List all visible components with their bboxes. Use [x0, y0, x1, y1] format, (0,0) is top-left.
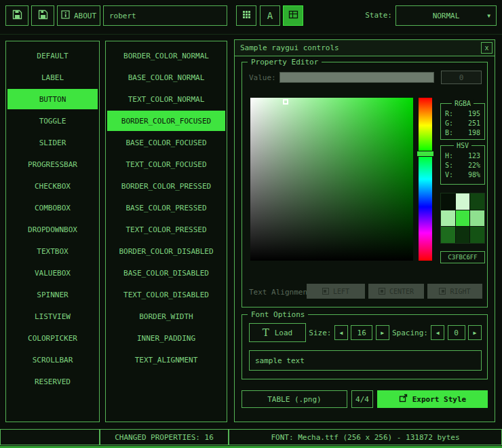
color-picker-cursor[interactable] — [283, 99, 288, 105]
property-item[interactable]: TEXT_COLOR_PRESSED — [107, 219, 225, 240]
window-titlebar[interactable]: Sample raygui controls x — [235, 40, 495, 56]
control-item-default[interactable]: DEFAULT — [7, 45, 98, 66]
color-picker-panel[interactable] — [250, 98, 413, 261]
grid-view-button[interactable] — [236, 5, 256, 26]
value-button-label: 0 — [459, 73, 464, 82]
save-style-button[interactable] — [5, 5, 28, 26]
rgba-title: RGBA — [452, 99, 474, 108]
control-item-dropdownbox[interactable]: DROPDOWNBOX — [7, 219, 98, 240]
color-swatch[interactable] — [456, 210, 470, 227]
color-swatch[interactable] — [441, 227, 455, 243]
color-swatch[interactable] — [470, 227, 484, 243]
control-item-spinner[interactable]: SPINNER — [7, 284, 98, 305]
statusbar-changed-properties: CHANGED PROPERTIES: 16 — [100, 429, 229, 445]
export-format-dropdown[interactable]: TABLE (.png) — [242, 390, 347, 408]
control-item-toggle[interactable]: TOGGLE — [7, 111, 98, 131]
property-item[interactable]: BASE_COLOR_DISABLED — [107, 263, 225, 283]
hex-color-value: C3FBC6FF — [448, 254, 477, 261]
rgba-row-g: G: 251 — [445, 119, 480, 128]
arrow-left-icon: ◀ — [436, 330, 440, 336]
g-label: G: — [445, 119, 453, 128]
property-item[interactable]: INNER_PADDING — [107, 328, 225, 348]
export-style-button[interactable]: Export Style — [377, 390, 488, 408]
align-left-button[interactable]: LEFT — [307, 284, 365, 299]
color-swatch[interactable] — [441, 193, 455, 210]
align-left-icon — [322, 288, 329, 295]
size-increase-button[interactable]: ▶ — [376, 325, 389, 340]
load-font-button[interactable]: T Load — [249, 323, 306, 342]
property-item[interactable]: TEXT_COLOR_DISABLED — [107, 284, 225, 305]
rguistyler-app: ABOUT A State: NORMAL ▼ DEFAULT LABEL BU… — [0, 0, 502, 448]
color-swatch[interactable] — [470, 210, 484, 227]
save-style-as-button[interactable] — [31, 5, 54, 26]
size-decrease-button[interactable]: ◀ — [334, 325, 348, 340]
property-item[interactable]: BASE_COLOR_FOCUSED — [107, 132, 225, 153]
property-item[interactable]: BASE_COLOR_PRESSED — [107, 198, 225, 218]
property-item-selected[interactable]: BORDER_COLOR_FOCUSED — [107, 111, 225, 131]
b-value: 198 — [468, 128, 480, 138]
control-item-checkbox[interactable]: CHECKBOX — [7, 176, 98, 196]
size-value[interactable]: 16 — [351, 325, 372, 340]
control-item-label[interactable]: LABEL — [7, 67, 98, 88]
spacing-increase-button[interactable]: ▶ — [468, 325, 482, 340]
control-item-combobox[interactable]: COMBOBOX — [7, 198, 98, 218]
h-value: 123 — [468, 151, 480, 161]
property-editor-group: Property Editor Value: 0 RGBA R: 195 G: — [242, 62, 488, 307]
font-options-group: Font Options T Load Size: ◀ 16 ▶ Spacing… — [242, 314, 488, 379]
grid-icon — [242, 10, 251, 21]
control-item-textbox[interactable]: TEXTBOX — [7, 241, 98, 261]
close-icon: x — [484, 44, 488, 52]
about-button[interactable]: ABOUT — [57, 5, 100, 26]
spacing-value[interactable]: 0 — [448, 325, 465, 340]
font-options-title: Font Options — [248, 310, 308, 320]
value-slider[interactable] — [279, 72, 434, 83]
color-swatch[interactable] — [441, 210, 455, 227]
control-item-button[interactable]: BUTTON — [7, 89, 98, 109]
align-center-button[interactable]: CENTER — [368, 284, 424, 299]
property-item[interactable]: BORDER_COLOR_PRESSED — [107, 176, 225, 196]
control-item-reserved[interactable]: RESERVED — [7, 371, 98, 392]
property-item[interactable]: BORDER_COLOR_DISABLED — [107, 241, 225, 261]
hue-slider-handle[interactable] — [417, 151, 434, 157]
export-format-label: TABLE (.png) — [267, 395, 321, 404]
sample-controls-window: Sample raygui controls x Property Editor… — [234, 39, 495, 422]
font-view-button[interactable]: A — [260, 5, 280, 26]
rgba-row-b: B: 198 — [445, 128, 480, 138]
arrow-right-icon: ▶ — [474, 330, 477, 336]
color-swatch-grid — [440, 193, 485, 244]
align-right-button[interactable]: RIGHT — [427, 284, 482, 299]
property-item[interactable]: BASE_COLOR_NORMAL — [107, 67, 225, 88]
hsv-title: HSV — [454, 141, 471, 150]
control-item-scrollbar[interactable]: SCROLLBAR — [7, 350, 98, 370]
property-editor-title: Property Editor — [248, 57, 322, 67]
property-item[interactable]: TEXT_ALIGNMENT — [107, 350, 225, 370]
property-item[interactable]: TEXT_COLOR_FOCUSED — [107, 154, 225, 174]
save-as-icon — [38, 10, 48, 22]
hex-color-input[interactable]: C3FBC6FF — [440, 251, 485, 263]
property-item[interactable]: BORDER_COLOR_NORMAL — [107, 45, 225, 66]
close-button[interactable]: x — [481, 42, 493, 54]
property-item[interactable]: TEXT_COLOR_NORMAL — [107, 89, 225, 109]
control-item-progressbar[interactable]: PROGRESSBAR — [7, 154, 98, 174]
control-item-listview[interactable]: LISTVIEW — [7, 306, 98, 326]
changed-properties-text: CHANGED PROPERTIES: 16 — [115, 433, 214, 442]
control-item-colorpicker[interactable]: COLORPICKER — [7, 328, 98, 348]
hue-bar[interactable] — [419, 98, 432, 261]
spacing-value-text: 0 — [454, 329, 459, 337]
control-item-slider[interactable]: SLIDER — [7, 132, 98, 153]
color-swatch[interactable] — [470, 193, 484, 210]
sample-text-input[interactable] — [249, 350, 482, 371]
color-swatch[interactable] — [456, 227, 470, 243]
s-value: 22% — [468, 161, 480, 170]
spacing-decrease-button[interactable]: ◀ — [431, 325, 444, 340]
style-table-view-button[interactable] — [283, 5, 303, 26]
style-name-input[interactable] — [103, 5, 227, 26]
state-dropdown[interactable]: NORMAL ▼ — [395, 5, 497, 26]
property-item[interactable]: BORDER_WIDTH — [107, 306, 225, 326]
control-item-valuebox[interactable]: VALUEBOX — [7, 263, 98, 283]
color-swatch[interactable] — [456, 193, 470, 210]
hsv-group: HSV H: 123 S: 22% V: 98% — [440, 145, 485, 185]
save-icon — [12, 10, 22, 22]
load-font-label: Load — [275, 329, 293, 337]
b-label: B: — [445, 128, 453, 138]
